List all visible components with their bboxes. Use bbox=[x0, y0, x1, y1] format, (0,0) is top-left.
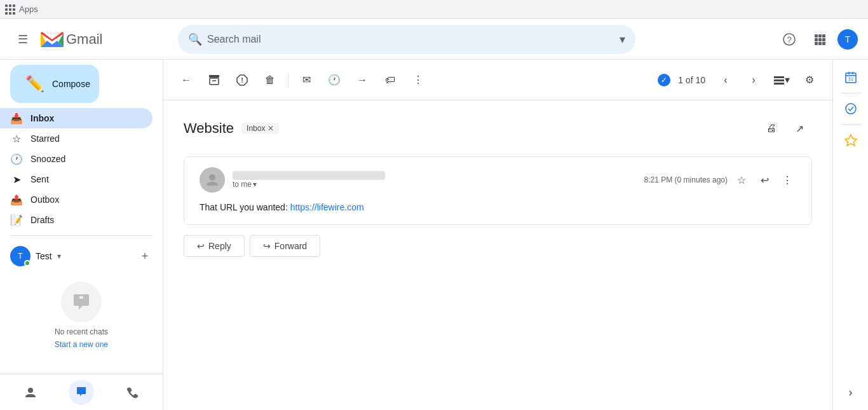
tasks-panel-button[interactable] bbox=[838, 96, 864, 121]
label-button[interactable]: 🏷 bbox=[377, 67, 403, 93]
back-button[interactable]: ← bbox=[173, 67, 199, 93]
chat-button[interactable] bbox=[69, 379, 94, 405]
chat-bubble-svg: ❝ bbox=[71, 292, 92, 312]
view-options-icon bbox=[773, 74, 785, 86]
right-panel-divider-1 bbox=[841, 93, 861, 93]
snoozed-icon: 🕐 bbox=[10, 153, 23, 165]
search-bar-inner[interactable]: 🔍 ▾ bbox=[178, 25, 635, 54]
open-external-button[interactable]: ↗ bbox=[787, 116, 812, 141]
move-button[interactable]: → bbox=[349, 67, 375, 93]
help-button[interactable]: ? bbox=[776, 27, 802, 52]
next-email-button[interactable]: › bbox=[741, 67, 766, 93]
search-dropdown-icon[interactable]: ▾ bbox=[620, 32, 625, 46]
sent-icon: ➤ bbox=[10, 174, 23, 186]
avatar[interactable]: T bbox=[837, 29, 858, 50]
more-actions-button[interactable]: ⋮ bbox=[405, 67, 431, 93]
top-bar: Apps bbox=[0, 0, 868, 19]
svg-text:?: ? bbox=[787, 35, 791, 44]
msg-body-link[interactable]: https://lifewire.com bbox=[290, 202, 364, 212]
sidebar-item-outbox-label: Outbox bbox=[31, 195, 59, 205]
msg-body-text: That URL you wanted: bbox=[200, 202, 290, 212]
gmail-text: Gmail bbox=[66, 31, 102, 48]
outbox-icon: 📤 bbox=[10, 194, 23, 206]
inbox-badge-remove[interactable]: ✕ bbox=[268, 124, 274, 133]
email-subject: Website bbox=[184, 120, 234, 137]
user-dropdown-icon[interactable]: ▾ bbox=[57, 252, 61, 261]
sidebar-item-outbox[interactable]: 📤 Outbox bbox=[0, 189, 153, 210]
contacts-button[interactable] bbox=[18, 379, 43, 405]
view-options-button[interactable]: ▾ bbox=[769, 67, 794, 93]
forward-button[interactable]: ↪ Forward bbox=[250, 235, 320, 257]
apps-button[interactable] bbox=[807, 27, 832, 52]
msg-sender-name bbox=[233, 171, 385, 180]
msg-more-button[interactable]: ⋮ bbox=[778, 171, 796, 189]
search-input[interactable] bbox=[207, 34, 614, 45]
reply-label: Reply bbox=[208, 241, 231, 251]
forward-arrow-icon: ↪ bbox=[263, 241, 271, 251]
sidebar: ✏️ Compose 📥 Inbox ☆ Starred 🕐 Snoozed ➤… bbox=[0, 60, 163, 410]
apps-icon bbox=[813, 33, 826, 46]
calendar-icon: 31 bbox=[844, 71, 857, 84]
print-button[interactable]: 🖨 bbox=[759, 116, 784, 141]
header: ☰ Gmail 🔍 ▾ ? bbox=[0, 19, 868, 60]
svg-rect-11 bbox=[822, 42, 825, 45]
star-message-button[interactable]: ☆ bbox=[733, 171, 750, 189]
apps-label: Apps bbox=[19, 4, 38, 14]
email-message: to me ▾ 8:21 PM (0 minutes ago) ☆ ↩ ⋮ Th… bbox=[184, 156, 812, 225]
reply-button[interactable]: ↩ Reply bbox=[184, 235, 245, 257]
compose-button[interactable]: ✏️ Compose bbox=[10, 65, 99, 103]
snooze-button[interactable]: 🕐 bbox=[322, 67, 347, 93]
chat-icon bbox=[75, 386, 88, 399]
settings-button[interactable]: ⚙ bbox=[797, 67, 822, 93]
svg-rect-19 bbox=[774, 76, 784, 78]
msg-avatar bbox=[200, 167, 225, 193]
msg-header: to me ▾ 8:21 PM (0 minutes ago) ☆ ↩ ⋮ bbox=[200, 167, 796, 193]
sidebar-item-drafts-label: Drafts bbox=[31, 215, 54, 225]
expand-panel-button[interactable]: › bbox=[838, 379, 864, 405]
msg-body: That URL you wanted: https://lifewire.co… bbox=[200, 200, 796, 214]
report-spam-button[interactable]: ! bbox=[229, 67, 255, 93]
msg-timestamp: 8:21 PM (0 minutes ago) bbox=[644, 175, 728, 184]
msg-time: 8:21 PM (0 minutes ago) ☆ ↩ ⋮ bbox=[644, 171, 796, 189]
delete-button[interactable]: 🗑 bbox=[257, 67, 283, 93]
toolbar-divider-1 bbox=[288, 72, 288, 88]
sidebar-item-snoozed[interactable]: 🕐 Snoozed bbox=[0, 149, 153, 169]
reply-icon-button[interactable]: ↩ bbox=[756, 171, 773, 189]
sidebar-item-inbox[interactable]: 📥 Inbox bbox=[0, 108, 153, 128]
apps-grid-icon bbox=[5, 4, 15, 15]
msg-to-label: to me bbox=[233, 180, 252, 189]
svg-rect-6 bbox=[815, 38, 818, 41]
phone-button[interactable] bbox=[119, 379, 145, 405]
svg-rect-8 bbox=[822, 38, 825, 41]
star-icon: ☆ bbox=[10, 133, 23, 145]
sidebar-item-starred-label: Starred bbox=[31, 133, 60, 144]
add-user-button[interactable]: + bbox=[137, 249, 153, 264]
calendar-panel-button[interactable]: 31 bbox=[838, 65, 864, 90]
prev-email-button[interactable]: ‹ bbox=[713, 67, 738, 93]
start-new-chat-link[interactable]: Start a new one bbox=[55, 340, 108, 349]
tasks-icon bbox=[844, 102, 857, 115]
svg-rect-7 bbox=[818, 38, 822, 41]
archive-button[interactable] bbox=[201, 67, 227, 93]
keep-panel-button[interactable] bbox=[838, 127, 864, 153]
reply-arrow-icon: ↩ bbox=[197, 241, 205, 251]
check-circle: ✓ bbox=[658, 74, 670, 86]
compose-label: Compose bbox=[52, 79, 90, 89]
email-view: Website Inbox ✕ 🖨 ↗ bbox=[163, 100, 832, 410]
msg-to-dropdown[interactable]: ▾ bbox=[253, 180, 257, 189]
sidebar-item-drafts[interactable]: 📝 Drafts bbox=[0, 210, 153, 230]
mark-unread-button[interactable]: ✉ bbox=[294, 67, 319, 93]
search-icon: 🔍 bbox=[188, 32, 202, 46]
menu-button[interactable]: ☰ bbox=[10, 27, 36, 52]
right-panel-divider-2 bbox=[841, 124, 861, 125]
reply-row: ↩ Reply ↪ Forward bbox=[184, 235, 812, 257]
user-name: Test bbox=[36, 251, 52, 261]
inbox-icon: 📥 bbox=[10, 113, 23, 125]
header-right: ? T bbox=[776, 27, 858, 52]
pagination-label: 1 of 10 bbox=[678, 75, 705, 85]
sidebar-item-sent[interactable]: ➤ Sent bbox=[0, 169, 153, 189]
svg-rect-21 bbox=[774, 83, 784, 85]
svg-point-22 bbox=[209, 174, 215, 181]
sidebar-item-starred[interactable]: ☆ Starred bbox=[0, 128, 153, 149]
main: ✏️ Compose 📥 Inbox ☆ Starred 🕐 Snoozed ➤… bbox=[0, 60, 868, 410]
